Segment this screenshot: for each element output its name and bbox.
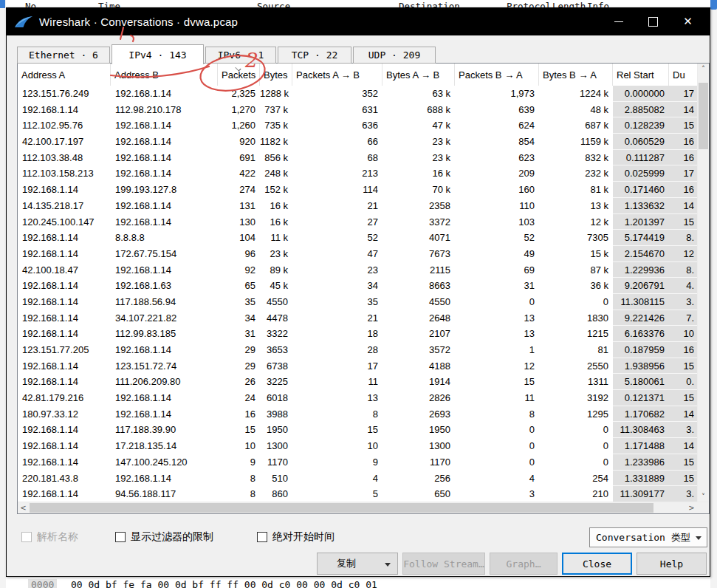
cell[interactable]: 1288 k [260, 86, 292, 102]
col-header-du[interactable]: Du [669, 64, 699, 86]
cell[interactable]: 21 [292, 198, 382, 214]
cell[interactable]: 1950 [382, 422, 455, 438]
cell[interactable]: 23 k [260, 246, 292, 262]
cell[interactable]: 89 k [260, 262, 292, 278]
cell[interactable]: 23 [292, 262, 382, 278]
cell[interactable]: 199.193.127.8 [111, 182, 218, 198]
cell[interactable]: 87 k [539, 262, 613, 278]
cell[interactable]: 3192 [539, 390, 613, 406]
table-row[interactable]: 192.168.1.14147.100.245.1209117091170001… [18, 454, 698, 471]
cell[interactable]: 3. [669, 294, 698, 310]
cell[interactable]: 213 [292, 165, 382, 182]
cell[interactable]: 2648 [382, 310, 455, 327]
cell[interactable]: 81 [539, 342, 613, 358]
checkbox-absolute-start-time[interactable]: 绝对开始时间 [257, 529, 335, 545]
cell[interactable]: 42.81.179.216 [18, 390, 111, 406]
table-row[interactable]: 112.103.38.48192.168.1.14691856 k6823 k6… [18, 150, 698, 166]
table-row[interactable]: 42.100.17.197192.168.1.149201182 k6623 k… [18, 134, 698, 150]
cell[interactable]: 180.97.33.12 [18, 406, 111, 423]
cell[interactable]: 29 [218, 342, 260, 358]
cell[interactable]: 13 [292, 390, 382, 406]
cell[interactable]: 3225 [260, 374, 292, 390]
cell[interactable]: 27 [292, 214, 382, 230]
horizontal-scrollbar-thumb[interactable] [30, 503, 653, 513]
cell[interactable]: 14 [669, 102, 698, 118]
close-button[interactable]: Close [562, 553, 632, 575]
cell[interactable]: 688 k [382, 102, 455, 118]
cell[interactable]: 16 [669, 134, 698, 150]
cell[interactable]: 1.938956 [613, 358, 669, 375]
cell[interactable]: 192.168.1.14 [18, 326, 111, 342]
cell[interactable]: 160 [455, 182, 539, 198]
cell[interactable]: 14 [669, 198, 698, 214]
cell[interactable]: 7305 [539, 230, 613, 246]
cell[interactable]: 192.168.1.14 [18, 358, 111, 375]
cell[interactable]: 2358 [382, 198, 455, 214]
cell[interactable]: 114 [292, 182, 382, 198]
cell[interactable]: 1,260 [218, 117, 260, 134]
cell[interactable]: 1311 [539, 374, 613, 390]
cell[interactable]: 120.245.100.147 [18, 214, 111, 230]
cell[interactable]: 10 [218, 438, 260, 454]
cell[interactable]: 7. [669, 310, 698, 327]
table-row[interactable]: 192.168.1.14112.98.210.1781,270737 k6316… [18, 102, 698, 118]
cell[interactable]: 3988 [260, 406, 292, 423]
cell[interactable]: 192.168.1.14 [18, 246, 111, 262]
cell[interactable]: 687 k [539, 117, 613, 134]
cell[interactable]: 11.308115 [613, 294, 669, 310]
cell[interactable]: 9 [292, 454, 382, 471]
cell[interactable]: 192.168.1.14 [18, 422, 111, 438]
cell[interactable]: 94.56.188.117 [111, 486, 218, 502]
cell[interactable]: 4071 [382, 230, 455, 246]
tab-ipv6[interactable]: IPv6 · 1 [205, 47, 276, 64]
cell[interactable]: 12 k [539, 214, 613, 230]
cell[interactable]: 8663 [382, 278, 455, 294]
minimize-icon[interactable] [601, 8, 636, 35]
cell[interactable]: 29 [218, 358, 260, 375]
cell[interactable]: 5.174419 [613, 230, 669, 246]
cell[interactable]: 1300 [260, 438, 292, 454]
col-header-packets-a-b[interactable]: Packets A → B [292, 64, 382, 86]
cell[interactable]: 0.060529 [613, 134, 669, 150]
cell[interactable]: 3653 [260, 342, 292, 358]
cell[interactable]: 112.103.158.213 [18, 165, 111, 182]
cell[interactable]: 1295 [539, 406, 613, 423]
cell[interactable]: 737 k [260, 102, 292, 118]
cell[interactable]: 2.154670 [613, 246, 669, 262]
cell[interactable]: 21 [292, 310, 382, 327]
cell[interactable]: 12 [669, 246, 698, 262]
cell[interactable]: 274 [218, 182, 260, 198]
cell[interactable]: 14.135.218.17 [18, 198, 111, 214]
cell[interactable]: 17.218.135.14 [111, 438, 218, 454]
cell[interactable]: 639 [455, 102, 539, 118]
cell[interactable]: 0 [539, 422, 613, 438]
cell[interactable]: 12 [455, 358, 539, 375]
cell[interactable]: 65 [218, 278, 260, 294]
cell[interactable]: 192.168.1.14 [18, 294, 111, 310]
cell[interactable]: 7673 [382, 246, 455, 262]
checkbox-box[interactable] [115, 532, 126, 542]
table-row[interactable]: 192.168.1.14172.67.75.1549623 k477673491… [18, 246, 698, 262]
cell[interactable]: 28 [292, 342, 382, 358]
cell[interactable]: 17 [669, 165, 698, 182]
cell[interactable]: 16 [218, 406, 260, 423]
cell[interactable]: 192.168.1.14 [111, 390, 218, 406]
cell[interactable]: 8 [455, 406, 539, 423]
cell[interactable]: 15 [669, 454, 698, 471]
cell[interactable]: 6018 [260, 390, 292, 406]
cell[interactable]: 52 [292, 230, 382, 246]
cell[interactable]: 510 [260, 471, 292, 487]
cell[interactable]: 192.168.1.14 [18, 486, 111, 502]
cell[interactable]: 856 k [260, 150, 292, 166]
cell[interactable]: 352 [292, 86, 382, 102]
table-row[interactable]: 180.97.33.12192.168.1.141639888269381295… [18, 406, 698, 423]
cell[interactable]: 104 [218, 230, 260, 246]
titlebar[interactable]: Wireshark · Conversations · dvwa.pcap ✕ [7, 8, 710, 35]
cell[interactable]: 631 [292, 102, 382, 118]
cell[interactable]: 111.206.209.80 [111, 374, 218, 390]
table-row[interactable]: 192.168.1.148.8.8.810411 k5240715273055.… [18, 230, 698, 246]
col-header-packets-b-a[interactable]: Packets B → A [455, 64, 539, 86]
cell[interactable]: 96 [218, 246, 260, 262]
cell[interactable]: 8 [292, 406, 382, 423]
tab-ethernet[interactable]: Ethernet · 6 [17, 47, 110, 64]
